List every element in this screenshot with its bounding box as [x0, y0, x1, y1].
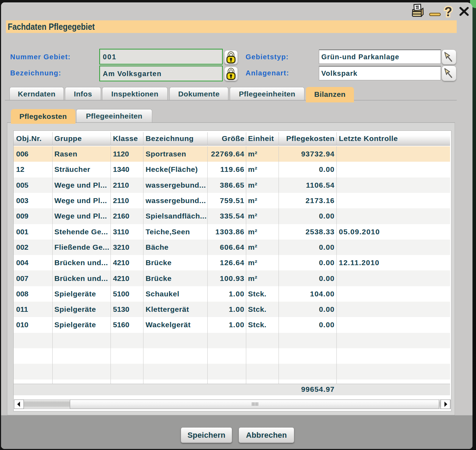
svg-text:?: ?: [444, 5, 452, 19]
